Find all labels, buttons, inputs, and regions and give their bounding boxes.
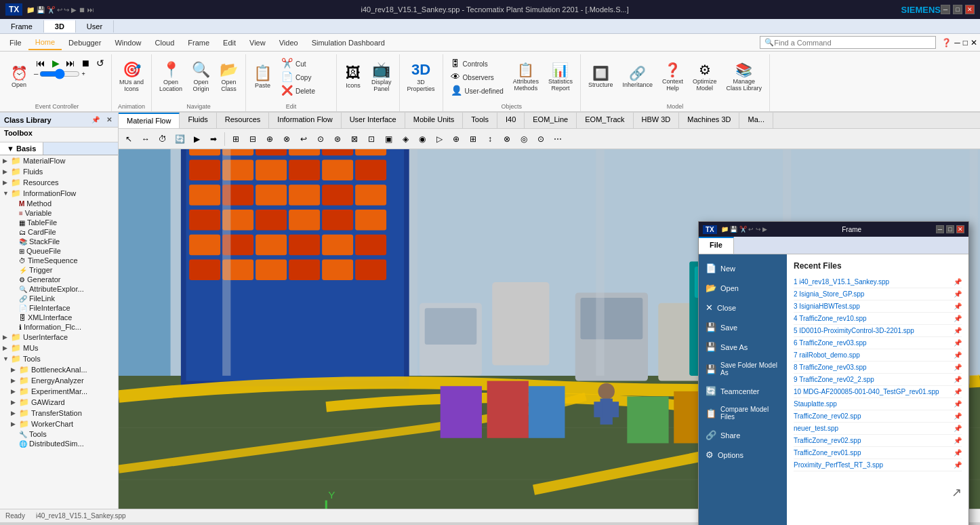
copy-button[interactable]: 📄 Copy — [278, 71, 332, 83]
tree-timesequence[interactable]: ⏱ TimeSequence — [0, 256, 118, 265]
vp-tab-userinterface[interactable]: User Interface — [342, 113, 405, 128]
rf-pin-8[interactable]: 📌 — [954, 364, 962, 371]
vp-tab-eomline[interactable]: EOM_Line — [525, 113, 577, 128]
tool-12[interactable]: ◉ — [415, 132, 430, 147]
tool-3[interactable]: ⊕ — [262, 132, 277, 147]
panel-close-button[interactable]: ✕ — [104, 115, 114, 124]
tool-6[interactable]: ⊙ — [313, 132, 328, 147]
tool-17[interactable]: ⊗ — [499, 132, 514, 147]
rf-10[interactable]: 10 MDG-AF200085-001-040_TestGP_rev01.spp… — [794, 386, 962, 398]
context-help-button[interactable]: ❓ ContextHelp — [659, 57, 687, 98]
tree-transfer[interactable]: ▶ 📁 TransferStation — [0, 408, 118, 419]
window-controls[interactable]: ─ □ ✕ — [941, 5, 975, 14]
open-origin-button[interactable]: 🔍 OpenOrigin — [188, 57, 213, 98]
play-button[interactable]: ▶ — [49, 57, 62, 69]
manage-class-library-button[interactable]: 📚 ManageClass Library — [723, 57, 766, 98]
rotate-tool[interactable]: 🔄 — [172, 132, 187, 147]
rf-pin-13[interactable]: 📌 — [954, 425, 962, 432]
inner-minimize[interactable]: ─ — [936, 225, 944, 233]
inner-maximize[interactable]: □ — [946, 225, 954, 233]
rf-pin-16[interactable]: 📌 — [954, 461, 962, 469]
panel-pin-button[interactable]: 📌 — [89, 115, 102, 124]
rf-pin-9[interactable]: 📌 — [954, 376, 962, 383]
tree-method[interactable]: M Method — [0, 199, 118, 208]
tree-queuefile[interactable]: ⊞ QueueFile — [0, 246, 118, 256]
ribbon-tab-user[interactable]: User — [76, 20, 114, 33]
window-ctrl-3[interactable]: ✕ — [971, 38, 977, 47]
rf-pin-3[interactable]: 📌 — [954, 303, 962, 310]
rf-pin-11[interactable]: 📌 — [954, 400, 962, 408]
inner-menu-new[interactable]: 📄 New — [699, 258, 787, 278]
icons-button[interactable]: 🖼 Icons — [341, 57, 365, 98]
vp-tab-infoflow[interactable]: Information Flow — [269, 113, 341, 128]
inheritance-button[interactable]: 🔗 Inheritance — [619, 57, 656, 98]
rf-3[interactable]: 3 IsigniaHBWTest.spp 📌 — [794, 300, 962, 313]
display-panel-button[interactable]: 📺 DisplayPanel — [368, 57, 395, 98]
tool-2[interactable]: ⊟ — [245, 132, 260, 147]
controls-button[interactable]: 🎛 Controls — [447, 57, 507, 69]
tool-5[interactable]: ↩ — [296, 132, 311, 147]
search-input[interactable] — [774, 39, 923, 47]
rf-9[interactable]: 9 TrafficZone_rev02_2.spp 📌 — [794, 374, 962, 386]
tree-mus[interactable]: ▶ 📁 MUs — [0, 343, 118, 353]
menu-debugger[interactable]: Debugger — [62, 36, 108, 50]
menu-frame[interactable]: Frame — [181, 36, 216, 50]
user-defined-button[interactable]: 👤 User-defined — [447, 84, 507, 96]
inner-menu-share[interactable]: 🔗 Share — [699, 425, 787, 445]
rf-pin-12[interactable]: 📌 — [954, 412, 962, 420]
vp-tab-fluids[interactable]: Fluids — [180, 113, 216, 128]
inner-menu-close[interactable]: ✕ Close — [699, 298, 787, 317]
inner-close[interactable]: ✕ — [956, 225, 964, 233]
tree-bottleneck[interactable]: ▶ 📁 BottleneckAnal... — [0, 364, 118, 375]
rewind-button[interactable]: ⏮ — [34, 57, 47, 69]
tool-19[interactable]: ⊙ — [533, 132, 548, 147]
vp-tab-eomtrack[interactable]: EOM_Track — [577, 113, 633, 128]
menu-edit[interactable]: Edit — [216, 36, 243, 50]
tool-10[interactable]: ▣ — [381, 132, 396, 147]
3d-properties-button[interactable]: 3D 3DProperties — [404, 57, 438, 98]
window-ctrl-2[interactable]: □ — [963, 38, 968, 47]
tree-informationflow[interactable]: ▼ 📁 InformationFlow — [0, 188, 118, 199]
inner-menu-options[interactable]: ⚙ Options — [699, 445, 787, 465]
rf-13[interactable]: neuer_test.spp 📌 — [794, 423, 962, 435]
rf-6[interactable]: 6 TrafficZone_rev03.spp 📌 — [794, 337, 962, 349]
class-library-tree[interactable]: ▶ 📁 MaterialFlow ▶ 📁 Fluids ▶ 📁 Resource… — [0, 155, 118, 509]
tree-gawizard[interactable]: ▶ 📁 GAWizard — [0, 397, 118, 408]
menu-simulation-dashboard[interactable]: Simulation Dashboard — [305, 36, 392, 50]
tree-experiment[interactable]: ▶ 📁 ExperimentMar... — [0, 386, 118, 397]
tool-18[interactable]: ◎ — [516, 132, 531, 147]
minimize-button[interactable]: ─ — [941, 5, 950, 14]
tree-tablefile[interactable]: ▦ TableFile — [0, 218, 118, 227]
tree-tools2[interactable]: 🔧 Tools — [0, 429, 118, 439]
reset-button[interactable]: ↺ — [94, 57, 107, 69]
rf-8[interactable]: 8 TrafficZone_rev03.spp 📌 — [794, 362, 962, 374]
tree-filelink[interactable]: 🔗 FileLink — [0, 294, 118, 303]
inner-menu-save-as[interactable]: 💾 Save As — [699, 337, 787, 357]
tree-fluids[interactable]: ▶ 📁 Fluids — [0, 166, 118, 177]
vp-tab-machines3d[interactable]: Machines 3D — [679, 113, 739, 128]
fast-forward-button[interactable]: ⏭ — [64, 57, 77, 69]
rf-7[interactable]: 7 railRobot_demo.spp 📌 — [794, 349, 962, 362]
rf-pin-6[interactable]: 📌 — [954, 339, 962, 347]
menu-video[interactable]: Video — [272, 36, 305, 50]
rf-2[interactable]: 2 Isignia_Store_GP.spp 📌 — [794, 288, 962, 300]
tool-13[interactable]: ▷ — [432, 132, 447, 147]
rf-5[interactable]: 5 ID0010-ProximityControl-3D-2201.spp 📌 — [794, 325, 962, 337]
vp-tab-resources[interactable]: Resources — [217, 113, 270, 128]
menu-window[interactable]: Window — [108, 36, 148, 50]
rf-pin-2[interactable]: 📌 — [954, 290, 962, 298]
vp-tab-mobileunits[interactable]: Mobile Units — [405, 113, 464, 128]
tool-16[interactable]: ↕ — [483, 132, 497, 147]
optimize-model-button[interactable]: ⚙ OptimizeModel — [689, 57, 720, 98]
vp-tab-i40[interactable]: I40 — [497, 113, 525, 128]
menu-file[interactable]: File — [3, 36, 28, 50]
tree-trigger[interactable]: ⚡ Trigger — [0, 265, 118, 275]
tab-basis[interactable]: ▼ Basis — [0, 142, 43, 155]
tool-15[interactable]: ⊞ — [466, 132, 481, 147]
stop-button[interactable]: ⏹ — [79, 57, 92, 69]
tree-stackfile[interactable]: 📚 StackFile — [0, 237, 118, 246]
run-tool[interactable]: ▶ — [189, 132, 204, 147]
tool-1[interactable]: ⊞ — [228, 132, 243, 147]
rf-pin-14[interactable]: 📌 — [954, 437, 962, 444]
inner-menu-teamcenter[interactable]: 🔄 Teamcenter — [699, 381, 787, 401]
